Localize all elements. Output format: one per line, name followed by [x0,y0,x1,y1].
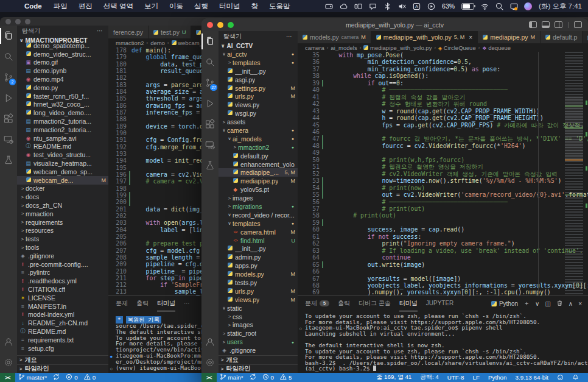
tree-file-demo.mp4[interactable]: ◉demo.mp4 [17,75,108,83]
status-item[interactable]: Python [484,374,511,381]
menu-창[interactable]: 창 [245,2,264,10]
code-line-63[interactable]: 63 # If loading a video, use 'break' ins… [298,247,588,254]
command-decoration-icon[interactable]: ○ [110,366,113,372]
toggle-sidebar-icon[interactable] [529,21,537,28]
code-line-54[interactable]: 54 # print(now) [298,185,588,191]
remote-indicator[interactable]: >< [201,373,217,382]
tree-file-visualize_heatmap...[interactable]: ▤visualize_heatmap... [17,159,108,168]
tree-file-settings.py[interactable]: settings.pyM [219,84,298,93]
new-terminal-icon[interactable]: ＋ [523,299,530,308]
code-line-66[interactable]: 66 [298,268,588,275]
tree-file-__init__.py[interactable]: __init__.py [219,67,298,76]
fg-breadcrumb[interactable]: camera›ai_models› mediapipe_with_yolo.py… [298,43,588,52]
siri-icon[interactable] [524,2,532,10]
tree-folder-static[interactable]: ∨static [219,304,298,313]
code-line-35[interactable]: 35 with mp_pose.Pose( [298,52,588,58]
status-item[interactable]: 3.9.13 64-bit [511,374,553,381]
remote-indicator[interactable]: >< [0,373,15,382]
status-branch[interactable]: master* [15,373,51,381]
code-line-61[interactable]: 61 if not success: [298,233,588,240]
tree-file-urls.py[interactable]: urls.pyM [219,92,298,101]
editor-tab-mediapipe.py[interactable]: mediapipe.pyM [478,31,541,43]
screen-play-icon[interactable] [427,2,435,10]
tree-file-webcam_demo_sp...[interactable]: webcam_demo_sp... [17,168,108,176]
toggle-panel-icon[interactable] [542,21,550,28]
menu-도움말[interactable]: 도움말 [264,2,296,10]
panel-tab-터미널[interactable]: 터미널 [399,296,418,311]
tree-file-model-index.yml[interactable]: !model-index.yml [17,311,108,319]
tree-folder-camera[interactable]: ∨camera● [219,126,298,135]
fg-timeline-section[interactable]: >타임라인 [219,364,298,373]
close-panel-icon[interactable]: × [578,300,582,307]
editor-tab-ference.py[interactable]: ference.py [108,26,149,38]
menu-파일[interactable]: 파일 [48,2,73,10]
fg-title-bar[interactable]: mediapipe_with_yolo.py — ai_cctv | [201,18,588,31]
code-line-57[interactable]: 57 # print(out) [298,205,588,212]
split-terminal-icon[interactable]: ◫ [545,300,550,307]
tree-folder-ai_models[interactable]: ∨ai_models● [219,135,298,143]
code-line-58[interactable]: 58 # print(out) [298,212,588,219]
code-line-46[interactable]: 46 [298,129,588,135]
code-line-47[interactable]: 47 # fourcc 값 받아오기, *는 문자를 풀어쓰는 방식, *'DI… [298,135,588,142]
tree-folder-css[interactable]: >css [219,313,298,321]
cloud-icon[interactable] [340,2,348,10]
tree-file-long_video_demo....[interactable]: long_video_demo.... [17,108,108,117]
code-line-60[interactable]: 60 success, image = cap.read() [298,226,588,233]
chat-icon[interactable] [369,2,377,10]
tree-folder-requirements[interactable]: >requirements [17,218,108,227]
tree-file-default.py[interactable]: default.py [219,152,298,160]
spotlight-icon[interactable] [495,2,503,10]
status-branch[interactable]: main* [217,373,247,381]
account-icon[interactable] [0,331,17,352]
breadcrumb-item[interactable]: demo [150,40,165,46]
tree-file-demo.py[interactable]: demo.py [17,83,108,92]
panel-tab-터미널[interactable]: 터미널 [157,296,175,311]
tree-folder-templates[interactable]: ∨templates● [219,219,298,228]
tree-folder-tests[interactable]: >tests [17,235,108,243]
status-err[interactable]: 0 [259,373,277,381]
code-line-38[interactable]: 38 while cap.isOpened(): [298,73,588,79]
fg-explorer-more-icon[interactable]: ⋯ [286,33,293,40]
tree-folder-images[interactable]: >images [219,194,298,202]
tree-file-demo_video_struc...[interactable]: demo_video_struc... [17,50,108,58]
tree-file-mmaction2_tutoria...[interactable]: ▤mmaction2_tutoria... [17,126,108,134]
fg-outline-section[interactable]: >개요 [219,355,298,364]
menu-선택영역[interactable]: 선택 영역 [98,2,139,10]
breadcrumb-item[interactable]: mediapipe_with_yolo.py [363,44,432,51]
bell-icon[interactable] [568,374,583,381]
input-source-a-icon[interactable]: A [413,2,421,10]
status-sync[interactable] [50,373,63,381]
tree-file-manifest.in[interactable]: ≡MANIFEST.in [17,302,108,311]
tree-file-yolov5s.pt[interactable]: ◆yolov5s.pt [219,185,298,194]
tree-file-readme_zh-cn.md[interactable]: ↓README_zh-CN.md [17,319,108,327]
tree-file-camera.html[interactable]: <>camera.htmlM [219,228,298,236]
files-icon[interactable] [0,26,17,46]
menu-실행[interactable]: 실행 [189,2,214,10]
code-line-67[interactable]: 67 yoresults = model([image]) [298,275,588,282]
debug-icon[interactable] [201,93,219,114]
code-line-45[interactable]: 45 fps = cap.get(cv2.CAP_PROP_FPS) # 카메라… [298,122,588,129]
beaker-icon[interactable] [201,155,219,176]
status-item[interactable]: 공백: 4 [416,373,443,381]
menu-편집[interactable]: 편집 [73,2,98,10]
tree-folder-mmaction[interactable]: >mmaction [17,210,108,218]
panel-tab-디버그콘솔[interactable]: 디버그 콘솔 [359,296,391,311]
bg-timeline-section[interactable]: >타임라인 [17,364,108,373]
tree-folder-images[interactable]: >images [219,321,298,330]
tree-file-demo.gif[interactable]: ▣demo.gif [17,58,108,67]
tree-file-.pylintrc[interactable]: ≡.pylintrc [17,269,108,277]
code-line-62[interactable]: 62 print("Ignoring empty camera frame.") [298,240,588,247]
tree-file-.gitignore[interactable]: ◈.gitignore [219,346,298,355]
close-icon[interactable]: × [469,34,472,41]
account-icon[interactable] [201,331,219,352]
tree-file-asgi.py[interactable]: asgi.py [219,76,298,84]
tree-folder-assets[interactable]: >assets [219,118,298,126]
breadcrumb-item[interactable]: ❖ dequeue [482,44,511,51]
remote-icon[interactable] [201,135,219,155]
toggle-secondary-sidebar-icon[interactable] [555,21,562,28]
editor-tab-default.p[interactable]: default.p [541,31,583,43]
search-icon[interactable] [0,46,17,67]
tree-file-setup.cfg[interactable]: ≡setup.cfg [17,344,108,353]
panel-tab-[interactable]: ⋯ [184,296,190,311]
search-icon[interactable] [201,52,219,73]
